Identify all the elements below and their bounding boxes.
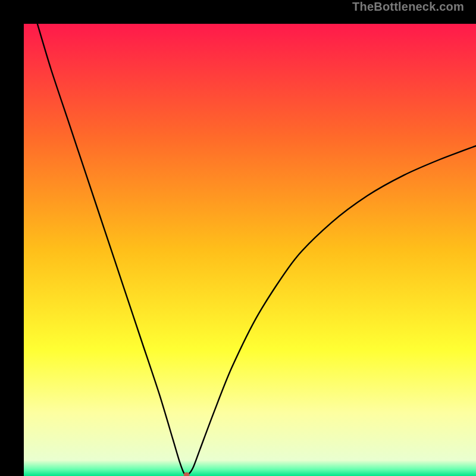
chart-svg	[24, 24, 476, 476]
chart-frame	[12, 12, 464, 464]
chart-background	[24, 24, 476, 476]
watermark-text: TheBottleneck.com	[352, 0, 464, 14]
